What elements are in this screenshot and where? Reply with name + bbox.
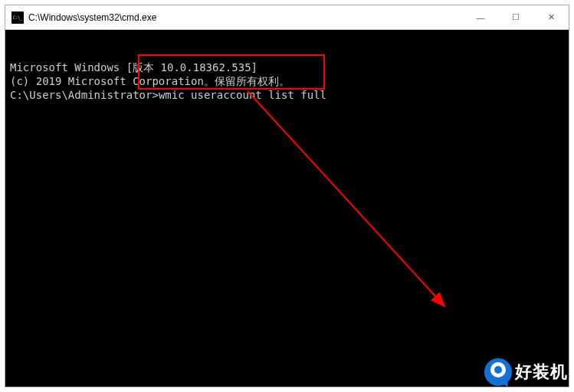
terminal-prompt: C:\Users\Administrator> — [10, 89, 159, 101]
terminal-command: wmic useraccount list full — [159, 89, 326, 101]
window-title: C:\Windows\system32\cmd.exe — [28, 12, 463, 23]
terminal-line-version: Microsoft Windows [版本 10.0.18362.535] — [10, 60, 564, 74]
maximize-button[interactable]: ☐ — [498, 5, 533, 29]
titlebar[interactable]: C:\Windows\system32\cmd.exe — ☐ ✕ — [5, 5, 569, 30]
terminal-line-copyright: (c) 2019 Microsoft Corporation。保留所有权利。 — [10, 74, 564, 88]
window-controls: — ☐ ✕ — [463, 5, 569, 29]
terminal-content[interactable]: Microsoft Windows [版本 10.0.18362.535](c)… — [5, 30, 569, 387]
cmd-window: C:\Windows\system32\cmd.exe — ☐ ✕ Micros… — [5, 5, 569, 387]
watermark-text: 好装机 — [515, 361, 568, 384]
close-button[interactable]: ✕ — [533, 5, 569, 29]
minimize-button[interactable]: — — [463, 5, 498, 29]
cmd-icon — [11, 11, 24, 24]
watermark: 好装机 — [484, 358, 568, 386]
watermark-logo-icon — [484, 358, 512, 386]
